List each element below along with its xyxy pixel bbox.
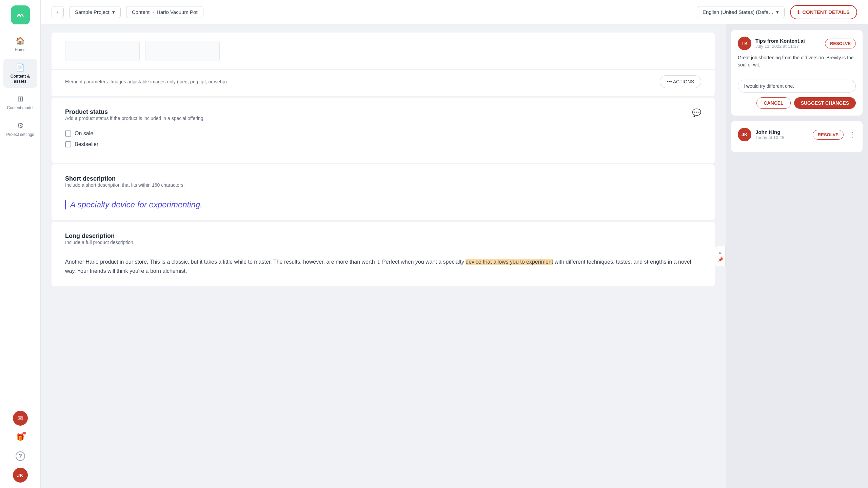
sidebar-item-label: Home xyxy=(15,47,25,52)
commenter-time-john: Today at 10:48 xyxy=(755,135,809,140)
content-area: Element parameters: Images adjustable im… xyxy=(41,24,868,488)
product-status-section: Product status Add a product status if t… xyxy=(52,98,715,163)
sidebar-item-label: Project settings xyxy=(6,132,34,137)
comment-actions: CANCEL SUGGEST CHANGES xyxy=(738,97,856,109)
back-button[interactable]: ‹ xyxy=(52,6,64,18)
breadcrumb-section: Content xyxy=(132,9,150,15)
sidebar-item-content-model[interactable]: ⊞ Content model xyxy=(3,90,37,114)
gift-button[interactable]: 🎁 xyxy=(13,430,28,445)
svg-rect-0 xyxy=(15,9,26,20)
comments-panel: « 📌 TK Tips from Kontent.ai July 11, 202… xyxy=(726,24,868,488)
content-details-button[interactable]: ℹ CONTENT DETAILS xyxy=(790,5,857,19)
notification-badge xyxy=(23,432,26,434)
sidebar: 🏠 Home 📄 Content & assets ⊞ Content mode… xyxy=(0,0,41,488)
sidebar-item-label: Content & assets xyxy=(6,74,35,84)
on-sale-label: On sale xyxy=(75,130,93,137)
header: ‹ Sample Project ▾ Content › Hario Vacuu… xyxy=(41,0,868,24)
element-params-text: Element parameters: Images adjustable im… xyxy=(65,79,227,84)
help-button[interactable]: ? xyxy=(13,449,28,464)
long-description-subtitle: Include a full product description. xyxy=(65,240,135,245)
bestseller-checkbox-row: Bestseller xyxy=(65,141,701,147)
sidebar-item-project-settings[interactable]: ⚙ Project settings xyxy=(3,117,37,141)
long-desc-highlight: device that allows you to experiment xyxy=(466,259,553,265)
commenter-name-john: John King xyxy=(755,129,809,135)
language-dropdown-icon: ▾ xyxy=(776,9,779,15)
long-description-title: Long description xyxy=(65,232,135,240)
language-value: English (United States) (Defa… xyxy=(703,9,773,15)
comment-divider xyxy=(738,74,856,74)
element-params-row: Element parameters: Images adjustable im… xyxy=(52,70,715,96)
app-logo[interactable] xyxy=(11,5,30,24)
actions-label: ••• ACTIONS xyxy=(667,79,694,84)
project-dropdown-icon: ▾ xyxy=(112,9,115,15)
short-description-title: Short description xyxy=(65,175,185,182)
product-status-header: Product status Add a product status if t… xyxy=(65,108,701,128)
content-details-info-icon: ℹ xyxy=(797,9,800,15)
long-description-text[interactable]: Another Hario product in our store. This… xyxy=(65,257,701,276)
cancel-button[interactable]: CANCEL xyxy=(756,97,790,109)
commenter-avatar-tk: TK xyxy=(738,37,751,50)
long-desc-before: Another Hario product in our store. This… xyxy=(65,259,466,265)
breadcrumb-page: Hario Vacuum Pot xyxy=(157,9,198,15)
breadcrumb-separator: › xyxy=(152,9,154,15)
content-breadcrumb: Content › Hario Vacuum Pot xyxy=(126,6,203,18)
resolve-button-tips[interactable]: RESOLVE xyxy=(825,39,856,48)
content-assets-icon: 📄 xyxy=(16,63,25,72)
comment-header-john: JK John King Today at 10:48 RESOLVE ⋮ xyxy=(738,128,856,141)
reply-input[interactable] xyxy=(738,80,856,93)
product-status-subtitle: Add a product status if the product is i… xyxy=(65,116,204,121)
product-status-title: Product status xyxy=(65,108,204,116)
long-description-header: Long description Include a full product … xyxy=(65,232,701,252)
commenter-info-tips: Tips from Kontent.ai July 11, 2022 at 11… xyxy=(755,38,821,49)
sidebar-item-home[interactable]: 🏠 Home xyxy=(3,33,37,56)
bestseller-checkbox[interactable] xyxy=(65,141,71,147)
content-model-icon: ⊞ xyxy=(17,95,23,103)
images-section xyxy=(52,33,715,69)
header-right: English (United States) (Defa… ▾ ℹ CONTE… xyxy=(697,5,857,19)
resolve-button-john[interactable]: RESOLVE xyxy=(813,130,844,140)
main-area: ‹ Sample Project ▾ Content › Hario Vacuu… xyxy=(41,0,868,488)
comment-card-john: JK John King Today at 10:48 RESOLVE ⋮ xyxy=(731,121,863,152)
commenter-avatar-jk: JK xyxy=(738,128,751,141)
short-description-subtitle: Include a short description that fits wi… xyxy=(65,182,185,188)
more-options-icon[interactable]: ⋮ xyxy=(849,130,856,139)
commenter-name: Tips from Kontent.ai xyxy=(755,38,821,44)
actions-button[interactable]: ••• ACTIONS xyxy=(660,75,701,88)
bestseller-label: Bestseller xyxy=(75,141,98,147)
long-description-section: Long description Include a full product … xyxy=(52,222,715,286)
messages-button[interactable]: ✉ xyxy=(13,411,28,426)
settings-icon: ⚙ xyxy=(17,121,24,130)
sidebar-bottom: ✉ 🎁 ? JK xyxy=(13,411,28,483)
comment-card-tips: TK Tips from Kontent.ai July 11, 2022 at… xyxy=(731,30,863,116)
on-sale-checkbox[interactable] xyxy=(65,130,71,137)
short-description-header: Short description Include a short descri… xyxy=(65,175,701,195)
back-icon: ‹ xyxy=(57,9,58,15)
gift-icon: 🎁 xyxy=(16,433,24,441)
home-icon: 🏠 xyxy=(16,37,25,45)
breadcrumb[interactable]: Sample Project ▾ xyxy=(69,6,121,18)
commenter-info-john: John King Today at 10:48 xyxy=(755,129,809,140)
sidebar-item-content-assets[interactable]: 📄 Content & assets xyxy=(3,59,37,88)
sidebar-item-label: Content model xyxy=(7,105,33,110)
product-status-comment-icon[interactable]: 💬 xyxy=(692,108,701,117)
project-name: Sample Project xyxy=(75,9,110,15)
messages-icon: ✉ xyxy=(17,414,23,422)
suggest-changes-button[interactable]: SUGGEST CHANGES xyxy=(794,97,856,109)
user-avatar[interactable]: JK xyxy=(13,468,28,483)
on-sale-checkbox-row: On sale xyxy=(65,130,701,137)
short-description-section: Short description Include a short descri… xyxy=(52,164,715,220)
language-selector[interactable]: English (United States) (Defa… ▾ xyxy=(697,6,785,18)
short-description-value[interactable]: A specialty device for experimenting. xyxy=(65,200,701,209)
content-details-label: CONTENT DETAILS xyxy=(802,9,850,15)
help-icon: ? xyxy=(16,451,25,461)
comment-header-tips: TK Tips from Kontent.ai July 11, 2022 at… xyxy=(738,37,856,50)
comment-body-tips: Great job shortening from the old versio… xyxy=(738,54,856,68)
commenter-time: July 11, 2022 at 11:37 xyxy=(755,44,821,49)
editor: Element parameters: Images adjustable im… xyxy=(41,24,726,488)
